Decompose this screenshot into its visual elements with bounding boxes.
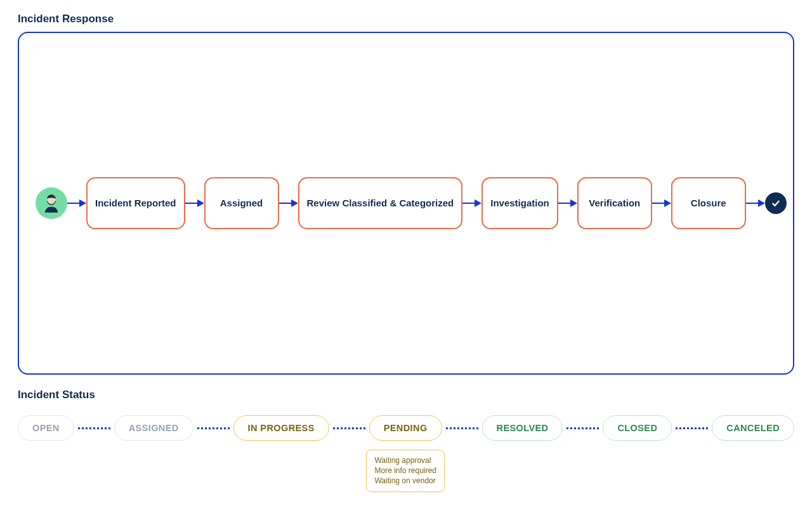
status-pending: PENDING xyxy=(369,415,442,441)
step-verification: Verification xyxy=(577,177,652,229)
status-open: OPEN xyxy=(18,415,74,441)
step-review-classified-categorized: Review Classified & Categorized xyxy=(298,177,463,229)
status-connector xyxy=(566,427,599,429)
status-canceled: CANCELED xyxy=(712,415,794,441)
pending-detail-line: Waiting on vendor xyxy=(374,476,436,486)
status-connector xyxy=(78,427,110,429)
flow-arrow xyxy=(746,197,765,210)
flow-arrow xyxy=(67,197,86,210)
flow-end-check-icon xyxy=(765,192,787,214)
flow-arrow xyxy=(462,197,481,210)
step-assigned: Assigned xyxy=(204,177,279,229)
step-incident-reported: Incident Reported xyxy=(86,177,185,229)
pending-details-box: Waiting approval More info required Wait… xyxy=(366,450,444,492)
response-section-title: Incident Response xyxy=(18,13,794,25)
step-investigation: Investigation xyxy=(481,177,558,229)
status-connector xyxy=(676,427,708,429)
incident-status-row: OPEN ASSIGNED IN PROGRESS PENDING Waitin… xyxy=(18,408,794,443)
flow-arrow xyxy=(279,197,298,210)
flow-arrow xyxy=(185,197,204,210)
pending-detail-line: More info required xyxy=(374,465,436,476)
incident-response-flow: Incident Reported Assigned Review Classi… xyxy=(19,177,793,229)
status-resolved: RESOLVED xyxy=(482,415,563,441)
status-connector xyxy=(333,427,365,429)
status-assigned: ASSIGNED xyxy=(114,415,193,441)
status-section-title: Incident Status xyxy=(18,389,794,401)
step-closure: Closure xyxy=(671,177,746,229)
status-closed: CLOSED xyxy=(603,415,672,441)
status-connector xyxy=(446,427,478,429)
user-avatar-icon xyxy=(36,187,67,219)
incident-response-container: Incident Reported Assigned Review Classi… xyxy=(18,32,794,375)
status-connector xyxy=(197,427,230,429)
flow-arrow xyxy=(652,197,671,210)
status-in-progress: IN PROGRESS xyxy=(233,415,329,441)
flow-arrow xyxy=(558,197,577,210)
pending-detail-line: Waiting approval xyxy=(374,455,436,465)
